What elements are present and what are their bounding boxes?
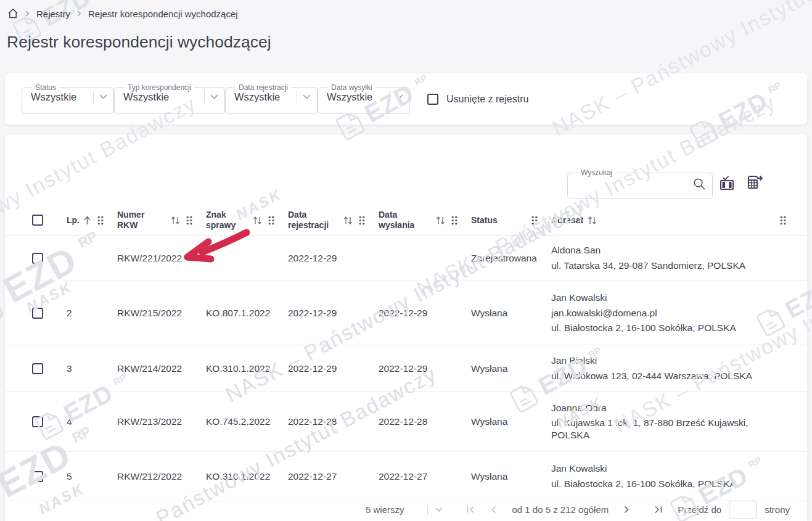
column-label[interactable]: Numer RKW [117, 210, 144, 231]
drag-handle-icon[interactable] [780, 216, 786, 225]
data-wysylki-select-label: Data wysyłki [328, 84, 375, 91]
cell-status: Zarejestrowana [462, 253, 543, 264]
cell-data-wyslania: 2022-12-28 [370, 416, 462, 427]
adresat-line: ul. Kujawska 1 lok. 1, 87-880 Brześć Kuj… [551, 417, 771, 441]
sort-both-icon[interactable] [436, 216, 445, 224]
first-page-button[interactable] [466, 506, 475, 514]
data-rejestracji-select-value: Wszystkie [234, 91, 280, 103]
search-icon[interactable] [693, 178, 706, 191]
cell-data-wyslania: 2022-12-27 [370, 471, 462, 482]
row-checkbox[interactable] [32, 253, 43, 264]
table-row[interactable]: 5 RKW/212/2022 KO.310.1.2022 2022-12-27 … [5, 452, 807, 501]
cell-znak-sprawy: KO.310.1.2022 [197, 363, 279, 374]
row-checkbox[interactable] [32, 363, 43, 374]
cell-lp: 4 [58, 416, 109, 427]
column-header-adresat: Adresat [543, 215, 771, 226]
adresat-line: ul. Widokowa 123, 02-444 Warszawa, POLSK… [551, 370, 771, 382]
pagination-range-label: od 1 do 5 z 212 ogółem [512, 504, 609, 515]
typ-korespondencji-select[interactable]: Typ korespondencji Wszystkie [114, 84, 225, 114]
adresat-line: Aldona San [551, 244, 771, 256]
select-all-checkbox[interactable] [32, 215, 43, 226]
rows-per-page-dropdown-icon[interactable] [435, 507, 443, 512]
chevron-right-icon [77, 10, 81, 17]
deleted-from-register-checkbox[interactable]: Usunięte z rejestru [427, 94, 528, 105]
breadcrumb-item-current: Rejestr korespondencji wychodzącej [88, 9, 238, 19]
chevron-down-icon [395, 94, 403, 99]
checkbox-box[interactable] [427, 94, 438, 105]
column-label[interactable]: Znak sprawy [206, 210, 236, 231]
search-input[interactable] [576, 176, 689, 192]
filter-bar: Status Wszystkie Typ korespondencji Wszy… [5, 73, 807, 125]
cell-znak-sprawy: KO.745.2.2022 [197, 416, 279, 427]
data-rejestracji-select[interactable]: Data rejestracji Wszystkie [225, 84, 318, 114]
column-label[interactable]: Status [471, 215, 498, 226]
drag-handle-icon[interactable] [359, 216, 365, 225]
table-row[interactable]: 1 RKW/221/2022 2022-12-29 Zarejestrowana… [5, 236, 807, 281]
home-icon[interactable] [7, 8, 18, 19]
sort-both-icon[interactable] [343, 216, 353, 224]
cell-lp: 2 [58, 308, 109, 319]
rows-per-page-value[interactable]: 5 wierszy [366, 504, 404, 515]
search-field[interactable]: Wyszukaj [567, 170, 713, 199]
table-row[interactable]: 2 RKW/215/2022 KO.807.1.2022 2022-12-29 … [5, 281, 807, 345]
last-page-button[interactable] [654, 506, 663, 514]
drag-handle-icon[interactable] [451, 216, 457, 225]
cell-data-rejestracji: 2022-12-27 [279, 471, 370, 482]
chevron-down-icon [210, 94, 218, 99]
divider [204, 91, 205, 103]
column-header-znak-sprawy: Znak sprawy [197, 210, 279, 231]
drag-handle-icon[interactable] [531, 216, 538, 225]
status-select-value: Wszystkie [31, 91, 76, 103]
adresat-line: Joanna Odra [551, 402, 771, 414]
cell-data-wyslania: 2022-12-29 [370, 308, 462, 319]
column-header-end [771, 216, 790, 225]
row-checkbox[interactable] [32, 416, 43, 427]
sort-both-icon[interactable] [253, 216, 262, 224]
drag-handle-icon[interactable] [186, 216, 192, 225]
row-checkbox[interactable] [32, 308, 43, 319]
drag-handle-icon[interactable] [268, 216, 274, 225]
next-page-button[interactable] [623, 506, 630, 514]
column-header-data-rejestracji: Data rejestracji [279, 210, 370, 231]
column-label[interactable]: Lp. [67, 215, 80, 226]
goto-page-prefix: Przejdź do [678, 504, 721, 515]
divider [297, 91, 297, 103]
goto-page-input[interactable] [729, 501, 757, 519]
last-page-icon [654, 506, 663, 514]
sort-both-icon[interactable] [588, 216, 597, 224]
breadcrumb: Rejestry Rejestr korespondencji wychodzą… [7, 8, 238, 19]
column-header-data-wyslania: Data wysłania [370, 210, 462, 231]
choose-columns-icon[interactable] [719, 175, 735, 194]
adresat-line: Jan Kowalski [551, 462, 771, 475]
breadcrumb-item-rejestry[interactable]: Rejestry [36, 9, 70, 19]
cell-lp: 5 [58, 471, 109, 482]
column-label[interactable]: Data rejestracji [288, 210, 329, 231]
drag-handle-icon[interactable] [97, 216, 104, 225]
status-select-label: Status [32, 84, 59, 91]
cell-data-wyslania: 2022-12-29 [370, 363, 462, 374]
pagination-bar: 5 wierszy od 1 do 5 z 212 ogółem Przejdź… [5, 498, 807, 521]
cell-adresat: Jan Bielski ul. Widokowa 123, 02-444 War… [543, 352, 771, 385]
divider [93, 91, 94, 103]
sort-both-icon[interactable] [171, 216, 180, 224]
status-select[interactable]: Status Wszystkie [22, 84, 114, 114]
column-label[interactable]: Adresat [551, 215, 583, 226]
sort-asc-icon[interactable] [83, 216, 91, 225]
chevron-down-icon [99, 94, 107, 99]
export-table-icon[interactable] [746, 174, 763, 193]
column-label[interactable]: Data wysłania [379, 210, 414, 231]
data-wysylki-select[interactable]: Data wysyłki Wszystkie [318, 84, 410, 114]
search-field-label: Wyszukaj [578, 170, 615, 176]
page-title: Rejestr korespondencji wychodzącej [7, 33, 271, 52]
table-row[interactable]: 4 RKW/213/2022 KO.745.2.2022 2022-12-28 … [5, 392, 807, 452]
table-row[interactable]: 3 RKW/214/2022 KO.310.1.2022 2022-12-29 … [5, 345, 807, 392]
row-checkbox[interactable] [32, 471, 43, 482]
data-rejestracji-select-label: Data rejestracji [236, 84, 291, 91]
cell-znak-sprawy: KO.310.1.2022 [197, 471, 279, 482]
previous-page-button[interactable] [490, 506, 497, 514]
select-all-cell [25, 215, 58, 226]
cell-lp: 3 [58, 363, 109, 374]
divider [389, 91, 390, 103]
chevron-right-icon [25, 10, 30, 17]
adresat-line: ul. Białostocka 2, 16-100 Sokółka, POLSK… [551, 478, 771, 490]
